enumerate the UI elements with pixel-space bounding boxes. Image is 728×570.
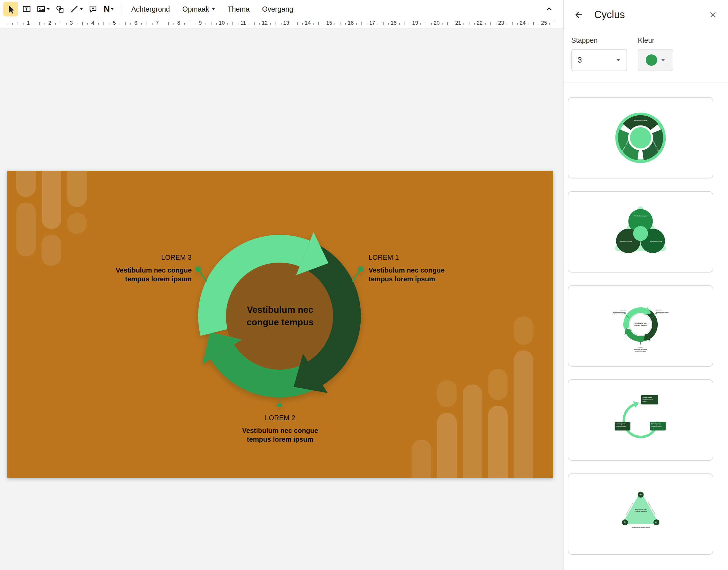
ruler[interactable]: 1234567891011121314151617181920212223242…: [0, 18, 563, 28]
template-card-boxes-cycle[interactable]: Lorem ipsum Vestibulum congue tempus Lor…: [568, 379, 713, 461]
ruler-tick: [195, 23, 195, 25]
color-label: Kleur: [638, 36, 673, 44]
connector-dot: [358, 266, 364, 272]
ruler-tick: [61, 22, 61, 25]
decorative-bar: [514, 316, 533, 345]
insert-line-tool[interactable]: [68, 2, 84, 16]
theme-button-label: Thema: [228, 5, 250, 13]
decorative-bar: [42, 171, 61, 229]
ruler-tick: [66, 23, 66, 25]
slide-canvas[interactable]: Vestibulum nec congue tempus LOREM 1 Ves…: [7, 171, 553, 478]
ruler-tick: [388, 23, 389, 25]
ruler-tick: [130, 23, 131, 25]
ruler-tick: [7, 23, 7, 25]
ruler-tick: [87, 23, 88, 25]
layout-button[interactable]: Opmaak: [177, 2, 220, 16]
ruler-number: 14: [305, 20, 311, 26]
ruler-tick: [420, 23, 421, 25]
ruler-tick: [259, 23, 260, 25]
ruler-tick: [147, 22, 147, 25]
template-card-triangle-cycle[interactable]: Vestibulum nec congue tempus Vestibulum …: [568, 474, 713, 555]
thumbnail-wheel-cycle: Vestibulum congue Vestibulum congue Vest…: [609, 106, 673, 170]
decorative-bar: [16, 171, 36, 197]
ruler-tick: [507, 23, 507, 25]
insert-shape-tool[interactable]: [52, 2, 67, 16]
ruler-tick: [485, 23, 486, 25]
ruler-tick: [517, 23, 518, 25]
ruler-tick: [211, 22, 211, 25]
ruler-number: 15: [326, 20, 332, 26]
template-card-arrow-ring[interactable]: Vestibulum nec congue tempus LOREM 3 Ves…: [568, 285, 713, 366]
callout-lorem-1[interactable]: LOREM 1 Vestibulum nec congue tempus lor…: [369, 254, 457, 283]
ruler-number: 22: [477, 20, 483, 26]
ruler-tick: [361, 22, 362, 25]
ruler-tick: [442, 23, 442, 25]
insert-image-tool[interactable]: [35, 2, 51, 16]
text-box-tool[interactable]: [19, 2, 34, 16]
ruler-tick: [297, 22, 298, 25]
decorative-bar: [437, 413, 457, 478]
thumbnail-stacked-circles: Vestibulum congue Vestibulum congue Vest…: [609, 200, 673, 264]
close-panel-button[interactable]: [706, 8, 720, 22]
ruler-tick: [528, 23, 528, 25]
callout-lorem-2[interactable]: LOREM 2 Vestibulum nec congue tempus lor…: [220, 414, 340, 444]
ruler-tick: [77, 23, 77, 25]
ruler-tick: [152, 23, 153, 25]
ruler-number: 12: [262, 20, 267, 26]
svg-text:LOREM 3: LOREM 3: [620, 309, 626, 311]
select-tool[interactable]: [3, 2, 18, 16]
ruler-number: 23: [498, 20, 504, 26]
ruler-tick: [367, 23, 367, 25]
decorative-bar: [67, 213, 87, 234]
connector-dot: [277, 403, 283, 407]
template-card-wheel-cycle[interactable]: Vestibulum congue Vestibulum congue Vest…: [568, 97, 713, 179]
text-style-tool[interactable]: N: [102, 2, 116, 16]
ruler-number: 16: [348, 20, 354, 26]
ruler-tick: [120, 23, 120, 25]
ruler-tick: [104, 22, 104, 25]
thumbnail-boxes-cycle: Lorem ipsum Vestibulum congue tempus Lor…: [608, 387, 673, 453]
back-arrow-icon: [574, 10, 583, 20]
collapse-toolbar-button[interactable]: [542, 2, 556, 16]
ruler-tick: [109, 23, 110, 25]
ruler-tick: [281, 23, 282, 25]
svg-text:Lorem ipsum: Lorem ipsum: [651, 423, 661, 425]
svg-text:Lorem ipsum: Lorem ipsum: [616, 423, 625, 425]
svg-text:tempus: tempus: [616, 427, 620, 429]
ruler-tick: [324, 23, 324, 25]
connector-line: [352, 271, 360, 282]
svg-text:Vestibulum nec congue tempus: Vestibulum nec congue tempus: [631, 526, 650, 528]
steps-control: Stappen 3: [571, 36, 627, 71]
ruler-tick: [464, 23, 464, 25]
chevron-down-icon: [616, 58, 621, 62]
ruler-tick: [205, 23, 206, 25]
toolbar: N Achtergrond Opmaak Thema Overgang: [0, 0, 563, 18]
diagram-center-title[interactable]: Vestibulum nec congue tempus: [240, 303, 320, 328]
steps-select[interactable]: 3: [571, 49, 627, 71]
theme-button[interactable]: Thema: [222, 2, 255, 16]
transition-button[interactable]: Overgang: [256, 2, 299, 16]
text-box-icon: [22, 5, 31, 14]
ruler-tick: [23, 23, 23, 25]
insert-comment-tool[interactable]: [85, 2, 101, 16]
image-icon: [37, 5, 46, 14]
ruler-tick: [345, 23, 346, 25]
ruler-number: 6: [134, 20, 138, 26]
background-button[interactable]: Achtergrond: [126, 2, 175, 16]
template-card-stacked-circles[interactable]: Vestibulum congue Vestibulum congue Vest…: [568, 191, 713, 273]
ruler-number: 8: [177, 20, 180, 26]
callout-lorem-3[interactable]: LOREM 3 Vestibulum nec congue tempus lor…: [98, 254, 192, 283]
connector-dot: [195, 266, 201, 272]
template-list: Vestibulum congue Vestibulum congue Vest…: [564, 82, 728, 555]
color-select[interactable]: [638, 49, 673, 71]
ruler-number: 9: [199, 20, 202, 26]
ruler-tick: [335, 23, 335, 25]
decorative-bar: [488, 369, 508, 400]
panel-title: Cyclus: [594, 9, 706, 21]
back-button[interactable]: [571, 8, 586, 22]
ruler-tick: [184, 23, 185, 25]
ruler-tick: [491, 22, 491, 25]
ruler-tick: [227, 23, 228, 25]
chevron-down-icon: [212, 8, 215, 10]
thumbnail-triangle-cycle: Vestibulum nec congue tempus Vestibulum …: [608, 482, 673, 547]
